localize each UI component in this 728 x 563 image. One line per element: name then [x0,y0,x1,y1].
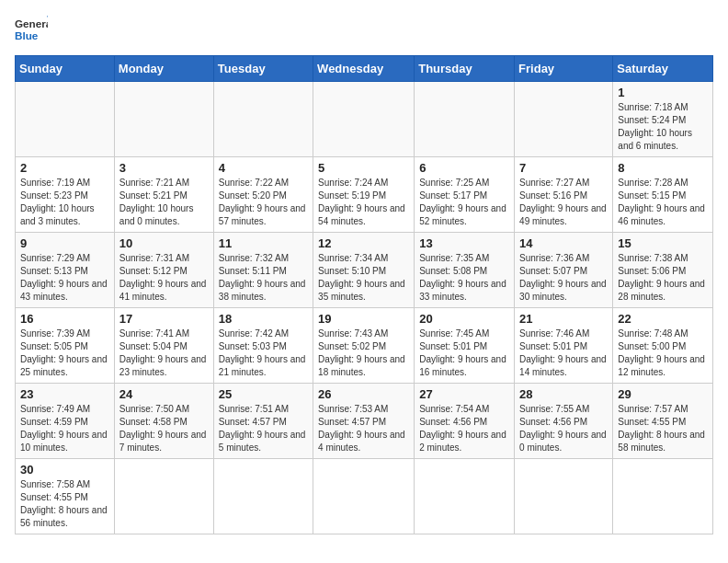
weekday-header-tuesday: Tuesday [213,56,313,82]
page-header: General Blue [15,15,713,48]
day-info: Sunrise: 7:29 AM Sunset: 5:13 PM Dayligh… [20,252,109,304]
day-info: Sunrise: 7:22 AM Sunset: 5:20 PM Dayligh… [219,177,308,228]
day-cell: 4Sunrise: 7:22 AM Sunset: 5:20 PM Daylig… [213,157,313,233]
day-info: Sunrise: 7:19 AM Sunset: 5:23 PM Dayligh… [20,177,109,228]
day-info: Sunrise: 7:48 AM Sunset: 5:00 PM Dayligh… [618,327,708,379]
day-cell: 20Sunrise: 7:45 AM Sunset: 5:01 PM Dayli… [415,308,515,384]
day-number: 4 [219,161,308,175]
day-cell: 19Sunrise: 7:43 AM Sunset: 5:02 PM Dayli… [313,308,415,384]
day-cell: 13Sunrise: 7:35 AM Sunset: 5:08 PM Dayli… [415,233,515,308]
day-info: Sunrise: 7:24 AM Sunset: 5:19 PM Dayligh… [318,177,409,228]
day-number: 23 [20,387,109,401]
day-info: Sunrise: 7:49 AM Sunset: 4:59 PM Dayligh… [20,403,109,454]
day-cell [415,459,515,534]
day-info: Sunrise: 7:54 AM Sunset: 4:56 PM Dayligh… [419,403,509,454]
day-cell [213,82,313,157]
day-info: Sunrise: 7:31 AM Sunset: 5:12 PM Dayligh… [119,252,209,304]
day-cell [313,459,415,534]
day-number: 24 [119,387,209,401]
day-info: Sunrise: 7:55 AM Sunset: 4:56 PM Dayligh… [519,403,608,454]
day-info: Sunrise: 7:50 AM Sunset: 4:58 PM Dayligh… [119,403,209,454]
weekday-header-friday: Friday [515,56,613,82]
day-cell: 17Sunrise: 7:41 AM Sunset: 5:04 PM Dayli… [114,308,213,384]
week-row-1: 2Sunrise: 7:19 AM Sunset: 5:23 PM Daylig… [16,157,713,233]
day-info: Sunrise: 7:39 AM Sunset: 5:05 PM Dayligh… [20,327,109,379]
day-info: Sunrise: 7:42 AM Sunset: 5:03 PM Dayligh… [219,327,308,379]
day-number: 16 [20,312,109,326]
day-cell: 7Sunrise: 7:27 AM Sunset: 5:16 PM Daylig… [515,157,613,233]
weekday-header-monday: Monday [114,56,213,82]
day-cell: 22Sunrise: 7:48 AM Sunset: 5:00 PM Dayli… [613,308,713,384]
day-number: 28 [519,387,608,401]
week-row-2: 9Sunrise: 7:29 AM Sunset: 5:13 PM Daylig… [16,233,713,308]
day-info: Sunrise: 7:46 AM Sunset: 5:01 PM Dayligh… [519,327,608,379]
day-number: 27 [419,387,509,401]
day-info: Sunrise: 7:41 AM Sunset: 5:04 PM Dayligh… [119,327,209,379]
day-cell [114,82,213,157]
day-cell: 21Sunrise: 7:46 AM Sunset: 5:01 PM Dayli… [515,308,613,384]
day-cell [415,82,515,157]
day-number: 21 [519,312,608,326]
day-cell: 2Sunrise: 7:19 AM Sunset: 5:23 PM Daylig… [16,157,115,233]
day-number: 26 [318,387,409,401]
day-cell [515,459,613,534]
day-number: 3 [119,161,209,175]
day-number: 12 [318,236,409,250]
day-cell: 28Sunrise: 7:55 AM Sunset: 4:56 PM Dayli… [515,384,613,459]
day-info: Sunrise: 7:21 AM Sunset: 5:21 PM Dayligh… [119,177,209,228]
day-cell: 11Sunrise: 7:32 AM Sunset: 5:11 PM Dayli… [213,233,313,308]
logo-icon: General Blue [15,15,48,48]
day-cell [613,459,713,534]
day-number: 29 [618,387,708,401]
weekday-header-thursday: Thursday [415,56,515,82]
week-row-3: 16Sunrise: 7:39 AM Sunset: 5:05 PM Dayli… [16,308,713,384]
day-cell: 16Sunrise: 7:39 AM Sunset: 5:05 PM Dayli… [16,308,115,384]
day-number: 22 [618,312,708,326]
day-number: 1 [618,86,708,99]
day-info: Sunrise: 7:27 AM Sunset: 5:16 PM Dayligh… [519,177,608,228]
day-number: 6 [419,161,509,175]
svg-text:General: General [15,17,48,29]
weekday-header-saturday: Saturday [613,56,713,82]
day-info: Sunrise: 7:18 AM Sunset: 5:24 PM Dayligh… [618,101,708,153]
day-number: 14 [519,236,608,250]
day-cell: 9Sunrise: 7:29 AM Sunset: 5:13 PM Daylig… [16,233,115,308]
day-cell [515,82,613,157]
day-cell: 29Sunrise: 7:57 AM Sunset: 4:55 PM Dayli… [613,384,713,459]
day-info: Sunrise: 7:38 AM Sunset: 5:06 PM Dayligh… [618,252,708,304]
day-info: Sunrise: 7:53 AM Sunset: 4:57 PM Dayligh… [318,403,409,454]
day-number: 20 [419,312,509,326]
day-cell: 14Sunrise: 7:36 AM Sunset: 5:07 PM Dayli… [515,233,613,308]
day-cell: 1Sunrise: 7:18 AM Sunset: 5:24 PM Daylig… [613,82,713,157]
day-cell: 25Sunrise: 7:51 AM Sunset: 4:57 PM Dayli… [213,384,313,459]
day-number: 19 [318,312,409,326]
day-cell: 18Sunrise: 7:42 AM Sunset: 5:03 PM Dayli… [213,308,313,384]
day-number: 2 [20,161,109,175]
day-cell: 26Sunrise: 7:53 AM Sunset: 4:57 PM Dayli… [313,384,415,459]
day-info: Sunrise: 7:45 AM Sunset: 5:01 PM Dayligh… [419,327,509,379]
day-info: Sunrise: 7:58 AM Sunset: 4:55 PM Dayligh… [20,478,109,530]
day-cell: 24Sunrise: 7:50 AM Sunset: 4:58 PM Dayli… [114,384,213,459]
day-cell [313,82,415,157]
day-number: 10 [119,236,209,250]
day-cell: 10Sunrise: 7:31 AM Sunset: 5:12 PM Dayli… [114,233,213,308]
day-cell [16,82,115,157]
day-cell: 30Sunrise: 7:58 AM Sunset: 4:55 PM Dayli… [16,459,115,534]
day-cell: 6Sunrise: 7:25 AM Sunset: 5:17 PM Daylig… [415,157,515,233]
day-number: 17 [119,312,209,326]
day-number: 13 [419,236,509,250]
day-cell: 5Sunrise: 7:24 AM Sunset: 5:19 PM Daylig… [313,157,415,233]
day-number: 15 [618,236,708,250]
logo: General Blue [15,15,48,48]
day-info: Sunrise: 7:57 AM Sunset: 4:55 PM Dayligh… [618,403,708,454]
day-info: Sunrise: 7:51 AM Sunset: 4:57 PM Dayligh… [219,403,308,454]
day-info: Sunrise: 7:32 AM Sunset: 5:11 PM Dayligh… [219,252,308,304]
weekday-header-sunday: Sunday [16,56,115,82]
day-cell: 27Sunrise: 7:54 AM Sunset: 4:56 PM Dayli… [415,384,515,459]
day-number: 18 [219,312,308,326]
day-number: 5 [318,161,409,175]
day-number: 7 [519,161,608,175]
day-cell: 8Sunrise: 7:28 AM Sunset: 5:15 PM Daylig… [613,157,713,233]
week-row-5: 30Sunrise: 7:58 AM Sunset: 4:55 PM Dayli… [16,459,713,534]
day-number: 8 [618,161,708,175]
